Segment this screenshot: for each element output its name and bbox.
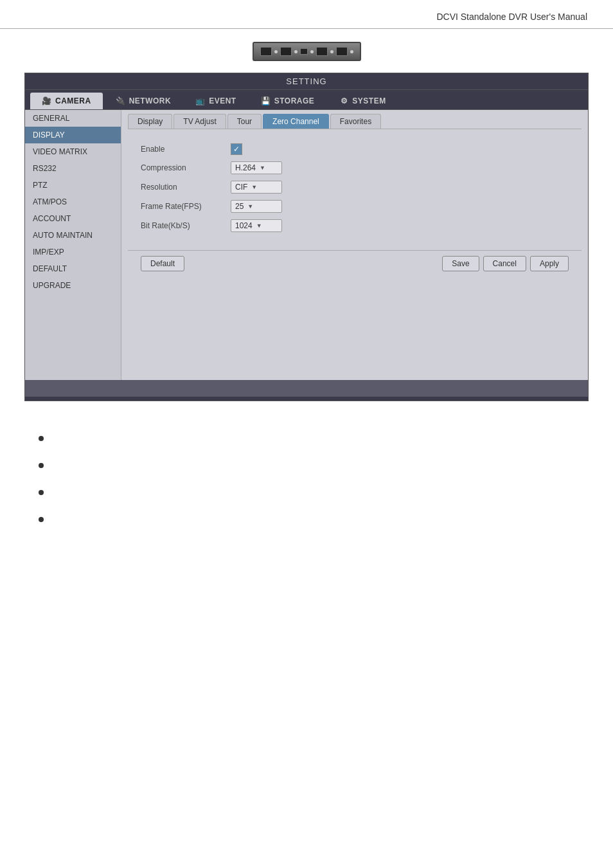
sidebar-item-display[interactable]: DISPLAY xyxy=(25,127,121,143)
frame-rate-dropdown-arrow: ▼ xyxy=(247,203,253,210)
sidebar: GENERAL DISPLAY VIDEO MATRIX RS232 PTZ A… xyxy=(25,110,121,380)
divider-dot-2 xyxy=(294,50,298,53)
setting-title-bar: SETTING xyxy=(25,73,588,90)
bullet-item-1 xyxy=(39,433,574,441)
compression-label: Compression xyxy=(141,163,224,172)
compression-value: H.264 ▼ xyxy=(231,161,282,174)
bullet-dot-1 xyxy=(39,436,44,441)
divider-dot-5 xyxy=(350,50,353,53)
layout-single-icon[interactable] xyxy=(260,47,272,56)
resolution-dropdown[interactable]: CIF ▼ xyxy=(231,181,282,194)
frame-rate-label: Frame Rate(FPS) xyxy=(141,202,224,211)
sub-tab-zero-channel[interactable]: Zero Channel xyxy=(263,114,329,129)
storage-nav-icon: 💾 xyxy=(261,96,271,106)
sidebar-item-ptz[interactable]: PTZ xyxy=(25,177,121,194)
enable-row: Enable ✓ xyxy=(141,143,569,155)
cancel-button[interactable]: Cancel xyxy=(483,256,526,271)
bullet-item-4 xyxy=(39,514,574,522)
nav-storage[interactable]: 💾 STORAGE xyxy=(249,93,326,109)
sidebar-item-video-matrix[interactable]: VIDEO MATRIX xyxy=(25,143,121,160)
sidebar-item-default[interactable]: DEFAULT xyxy=(25,260,121,277)
layout-custom-icon[interactable] xyxy=(336,47,348,56)
dvr-toolbar xyxy=(253,42,361,61)
save-button[interactable]: Save xyxy=(442,256,479,271)
sidebar-item-atm-pos[interactable]: ATM/POS xyxy=(25,194,121,210)
layout-nine-icon[interactable] xyxy=(300,48,308,55)
sidebar-item-general[interactable]: GENERAL xyxy=(25,110,121,127)
page-header: DCVI Standalone DVR User's Manual xyxy=(0,0,613,29)
apply-button[interactable]: Apply xyxy=(530,256,569,271)
bullet-dot-4 xyxy=(39,517,44,522)
resolution-row: Resolution CIF ▼ xyxy=(141,181,569,194)
bullet-item-2 xyxy=(39,460,574,468)
bit-rate-label: Bit Rate(Kb/S) xyxy=(141,221,224,230)
nav-event-label: EVENT xyxy=(209,96,236,105)
bit-rate-value: 1024 ▼ xyxy=(231,219,282,232)
default-button[interactable]: Default xyxy=(141,256,184,271)
compression-dropdown-value: H.264 xyxy=(235,163,256,172)
bullet-dot-2 xyxy=(39,463,44,468)
divider-dot-3 xyxy=(310,50,314,53)
nav-camera-label: CAMERA xyxy=(55,96,91,105)
sidebar-item-imp-exp[interactable]: IMP/EXP xyxy=(25,244,121,260)
sub-tabs: Display TV Adjust Tour Zero Channel Favo… xyxy=(128,110,582,129)
nav-camera[interactable]: 🎥 CAMERA xyxy=(30,93,103,109)
bottom-bar: Default Save Cancel Apply xyxy=(128,250,582,276)
sidebar-item-upgrade[interactable]: UPGRADE xyxy=(25,277,121,294)
layout-quad-icon[interactable] xyxy=(280,47,292,56)
bit-rate-dropdown-arrow: ▼ xyxy=(256,222,262,229)
resolution-value: CIF ▼ xyxy=(231,181,282,194)
divider-dot-4 xyxy=(330,50,333,53)
top-nav: 🎥 CAMERA 🔌 NETWORK 📺 EVENT 💾 STORAGE ⚙ S… xyxy=(25,90,588,110)
bit-rate-row: Bit Rate(Kb/S) 1024 ▼ xyxy=(141,219,569,232)
nav-system[interactable]: ⚙ SYSTEM xyxy=(327,93,397,109)
sub-tab-display[interactable]: Display xyxy=(128,114,172,129)
nav-network[interactable]: 🔌 NETWORK xyxy=(104,93,183,109)
camera-nav-icon: 🎥 xyxy=(42,96,52,106)
nav-event[interactable]: 📺 EVENT xyxy=(184,93,248,109)
bullet-item-3 xyxy=(39,487,574,495)
resolution-dropdown-value: CIF xyxy=(235,183,247,192)
nav-storage-label: STORAGE xyxy=(274,96,315,105)
sub-tab-tour[interactable]: Tour xyxy=(227,114,262,129)
frame-rate-row: Frame Rate(FPS) 25 ▼ xyxy=(141,200,569,213)
sub-tab-tv-adjust[interactable]: TV Adjust xyxy=(173,114,226,129)
sidebar-item-account[interactable]: ACCOUNT xyxy=(25,210,121,227)
compression-row: Compression H.264 ▼ xyxy=(141,161,569,174)
bit-rate-dropdown[interactable]: 1024 ▼ xyxy=(231,219,282,232)
bullet-dot-3 xyxy=(39,490,44,495)
action-buttons: Save Cancel Apply xyxy=(442,256,569,271)
sub-tab-favorites[interactable]: Favorites xyxy=(330,114,381,129)
enable-checkbox[interactable]: ✓ xyxy=(231,143,242,155)
main-content: Display TV Adjust Tour Zero Channel Favo… xyxy=(121,110,588,380)
compression-dropdown[interactable]: H.264 ▼ xyxy=(231,161,282,174)
system-nav-icon: ⚙ xyxy=(339,96,349,106)
setting-panel: SETTING 🎥 CAMERA 🔌 NETWORK 📺 EVENT 💾 STO… xyxy=(24,73,589,401)
setting-title: SETTING xyxy=(286,77,326,86)
bullet-section xyxy=(0,414,613,561)
resolution-label: Resolution xyxy=(141,183,224,192)
network-nav-icon: 🔌 xyxy=(116,96,126,106)
resolution-dropdown-arrow: ▼ xyxy=(251,184,257,190)
event-nav-icon: 📺 xyxy=(195,96,206,106)
bit-rate-dropdown-value: 1024 xyxy=(235,221,253,230)
frame-rate-dropdown-value: 25 xyxy=(235,202,244,211)
sidebar-item-rs232[interactable]: RS232 xyxy=(25,160,121,177)
frame-rate-value: 25 ▼ xyxy=(231,200,282,213)
frame-rate-dropdown[interactable]: 25 ▼ xyxy=(231,200,282,213)
enable-value: ✓ xyxy=(231,143,242,155)
dvr-toolbar-area xyxy=(0,29,613,68)
layout-sixteen-icon[interactable] xyxy=(316,47,328,56)
compression-dropdown-arrow: ▼ xyxy=(260,165,265,171)
form-section: Enable ✓ Compression H.264 ▼ xyxy=(128,138,582,244)
nav-network-label: NETWORK xyxy=(129,96,172,105)
enable-label: Enable xyxy=(141,145,224,154)
content-area: GENERAL DISPLAY VIDEO MATRIX RS232 PTZ A… xyxy=(25,110,588,380)
sidebar-item-auto-maintain[interactable]: AUTO MAINTAIN xyxy=(25,227,121,244)
nav-system-label: SYSTEM xyxy=(352,96,386,105)
divider-dot-1 xyxy=(274,50,278,53)
manual-title: DCVI Standalone DVR User's Manual xyxy=(436,12,587,22)
panel-footer xyxy=(25,380,588,397)
